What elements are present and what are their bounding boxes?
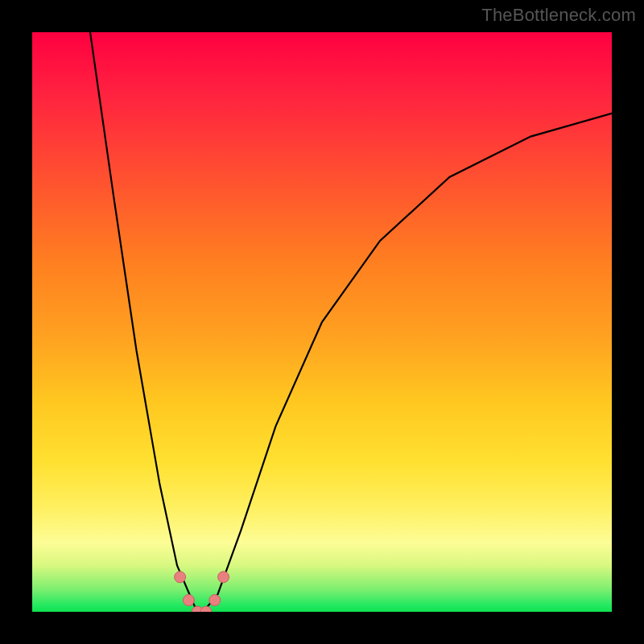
chart-plot-area	[32, 32, 612, 612]
valley-dot	[218, 572, 229, 583]
valley-dots	[175, 572, 229, 612]
chart-svg	[32, 32, 612, 612]
curve-left-branch	[90, 32, 203, 612]
valley-dot	[183, 595, 194, 606]
curve-right-branch	[203, 114, 612, 612]
valley-dot	[175, 572, 186, 583]
watermark-text: TheBottleneck.com	[481, 5, 636, 26]
valley-dot	[209, 595, 221, 606]
valley-dot	[200, 606, 212, 612]
